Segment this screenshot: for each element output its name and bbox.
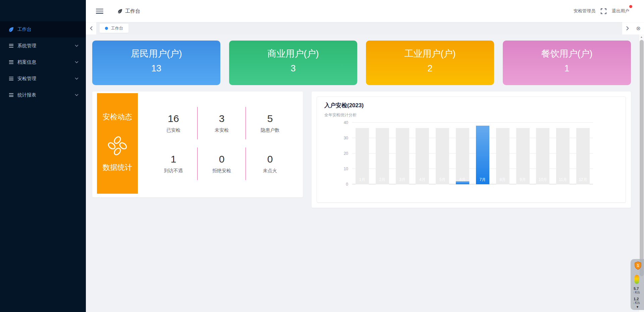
sidebar-item-label: 安检管理 xyxy=(17,76,36,82)
sidebar-item-label: 档案信息 xyxy=(17,59,36,65)
stat-card-catering[interactable]: 餐饮用户(户) 1 xyxy=(503,41,631,85)
stat-card-label: 商业用户(户) xyxy=(229,48,357,60)
y-axis-tick: 0 xyxy=(346,182,348,187)
download-speed-value: 1.2 xyxy=(634,297,639,301)
tab-scroll-right-button[interactable] xyxy=(622,22,633,35)
menu-lines-icon xyxy=(8,92,14,98)
svg-text:1: 1 xyxy=(637,263,639,267)
header-right: 安检管理员 退出用户 xyxy=(574,8,629,14)
x-axis-label: 7月 xyxy=(473,177,493,183)
x-axis-label: 12月 xyxy=(573,177,593,183)
breadcrumb: 工作台 xyxy=(117,8,140,14)
content: 居民用户(户) 13 商业用户(户) 3 工业用户(户) 2 餐饮用户(户) 1… xyxy=(86,35,644,312)
stat-not-inspected: 3 未安检 xyxy=(198,103,246,143)
close-circle-icon[interactable]: ⊗ xyxy=(633,22,644,35)
stat-value: 16 xyxy=(168,113,179,124)
stat-value: 0 xyxy=(219,153,225,165)
tab-workbench[interactable]: 工作台 xyxy=(100,24,128,33)
menu-lines-icon xyxy=(8,43,14,49)
fullscreen-icon[interactable] xyxy=(601,8,606,14)
collapse-triangle-icon[interactable]: ▼ xyxy=(636,305,639,309)
dynamics-title-top: 安检动态 xyxy=(103,112,132,122)
chart-bar-5月: 5月 xyxy=(432,123,452,184)
bar-value xyxy=(476,126,489,184)
logout-button[interactable]: 退出用户 xyxy=(612,8,629,14)
stat-label: 未安检 xyxy=(215,127,229,133)
header: 工作台 安检管理员 退出用户 xyxy=(86,0,644,22)
leaf-icon xyxy=(8,27,14,32)
chart-title: 入户安检(2023) xyxy=(324,102,619,109)
stat-value: 5 xyxy=(267,113,273,124)
bar-background xyxy=(516,128,530,184)
chart-card: 入户安检(2023) 全年安检统计分析 0102030401月2月3月4月5月6… xyxy=(317,97,626,203)
x-axis-label: 4月 xyxy=(413,177,433,183)
chart-subtitle: 全年安检统计分析 xyxy=(324,112,619,118)
chart-bar-1月: 1月 xyxy=(352,123,372,184)
y-axis-tick: 40 xyxy=(344,120,348,125)
chart-bar-2月: 2月 xyxy=(372,123,392,184)
stat-label: 到访不遇 xyxy=(164,168,183,174)
leaf-icon xyxy=(117,9,122,14)
stat-label: 已安检 xyxy=(166,127,180,133)
scrollbar-up-arrow[interactable]: ▲ xyxy=(639,35,644,40)
down-arrow-icon: ↓ xyxy=(633,301,635,305)
x-axis-label: 11月 xyxy=(553,177,573,183)
sidebar: 工作台 系统管理 档案信息 安检管理 统计报表 xyxy=(0,0,86,312)
panels-row: 安检动态 数据统计 16 已安检 xyxy=(92,91,631,208)
sidebar-item-system[interactable]: 系统管理 xyxy=(0,38,86,54)
tab-scroll-left-button[interactable] xyxy=(86,22,97,35)
tab-strip: 工作台 xyxy=(97,22,622,35)
bar-background xyxy=(376,128,389,184)
stat-card-label: 居民用户(户) xyxy=(92,48,220,60)
notification-dot xyxy=(629,5,632,8)
chevron-down-icon xyxy=(75,45,78,47)
pinwheel-icon xyxy=(108,136,127,155)
dynamics-title-bottom: 数据统计 xyxy=(103,163,132,173)
page-title: 工作台 xyxy=(125,8,140,14)
chart-bar-8月: 8月 xyxy=(493,123,513,184)
chevron-down-icon xyxy=(75,94,78,96)
chart-bar-7月: 7月 xyxy=(473,123,493,184)
sidebar-item-label: 系统管理 xyxy=(17,43,36,49)
x-axis-label: 10月 xyxy=(533,177,553,183)
chart-bar-6月: 6月 xyxy=(452,123,473,184)
scrollbar-thumb[interactable] xyxy=(640,40,644,276)
chart-bar-12月: 12月 xyxy=(573,123,593,184)
bar-background xyxy=(396,128,409,184)
x-axis-label: 9月 xyxy=(513,177,533,183)
stat-card-label: 餐饮用户(户) xyxy=(503,48,631,60)
shield-badge-icon: 1 xyxy=(634,261,642,270)
dynamics-title-block: 安检动态 数据统计 xyxy=(97,93,138,194)
chart-bar-9月: 9月 xyxy=(513,123,533,184)
bar-background xyxy=(416,128,429,184)
chart-bar-11月: 11月 xyxy=(553,123,573,184)
sidebar-item-workbench[interactable]: 工作台 xyxy=(0,21,86,38)
sidebar-item-archives[interactable]: 档案信息 xyxy=(0,54,86,70)
x-axis-label: 8月 xyxy=(493,177,513,183)
stat-card-commercial[interactable]: 商业用户(户) 3 xyxy=(229,41,357,85)
bar-background xyxy=(356,128,369,184)
stat-cards-row: 居民用户(户) 13 商业用户(户) 3 工业用户(户) 2 餐饮用户(户) 1 xyxy=(92,41,631,85)
stat-card-resident[interactable]: 居民用户(户) 13 xyxy=(92,41,220,85)
sidebar-item-inspection[interactable]: 安检管理 xyxy=(0,70,86,87)
x-axis-label: 2月 xyxy=(372,177,392,183)
stat-not-ignited: 0 未点火 xyxy=(246,143,294,184)
chart-bar-3月: 3月 xyxy=(392,123,413,184)
bar-background xyxy=(556,128,570,184)
stat-inspected: 16 已安检 xyxy=(149,103,198,143)
x-axis-label: 3月 xyxy=(392,177,413,183)
yearly-inspection-panel: 入户安检(2023) 全年安检统计分析 0102030401月2月3月4月5月6… xyxy=(312,91,631,208)
download-speed-unit: ↓K/s xyxy=(633,301,640,305)
stat-value: 1 xyxy=(171,153,176,165)
sidebar-collapse-button[interactable] xyxy=(96,9,103,14)
upload-speed-unit: ↑K/s xyxy=(633,291,640,294)
stat-card-industrial[interactable]: 工业用户(户) 2 xyxy=(366,41,494,85)
sidebar-item-reports[interactable]: 统计报表 xyxy=(0,87,86,103)
chart-plot: 0102030401月2月3月4月5月6月7月8月9月10月11月12月 xyxy=(352,123,593,184)
bar-background xyxy=(496,128,509,184)
sidebar-item-label: 工作台 xyxy=(17,26,32,33)
stat-card-value: 1 xyxy=(503,63,631,74)
net-monitor-widget[interactable]: 1 5.7 ↑K/s 1.2 ↓K/s ▼ xyxy=(631,259,644,310)
stat-label: 隐患户数 xyxy=(261,127,279,133)
chevron-down-icon xyxy=(75,61,78,63)
